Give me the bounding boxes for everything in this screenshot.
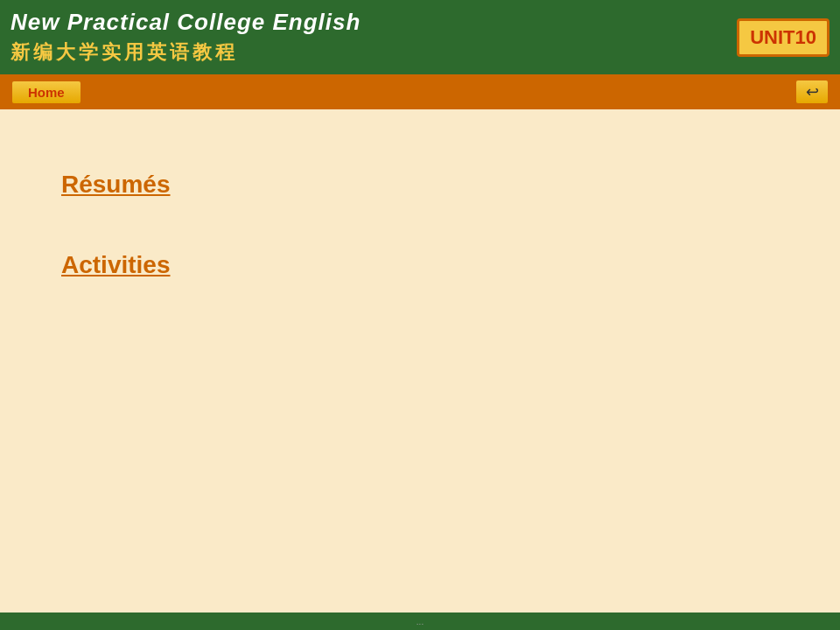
back-button[interactable]: ↩ [794, 79, 830, 105]
nav-bar: Home ↩ [0, 74, 840, 109]
main-content: Résumés Activities [0, 109, 840, 612]
header-title-chinese: 新编大学实用英语教程 [10, 39, 830, 66]
resumes-link[interactable]: Résumés [61, 171, 779, 199]
bottom-bar: ... [0, 612, 840, 630]
bottom-dots: ... [416, 617, 424, 626]
activities-link[interactable]: Activities [61, 251, 779, 279]
home-button[interactable]: Home [10, 80, 82, 105]
unit-badge: UNIT10 [737, 18, 830, 57]
header-bar: New Practical College English 新编大学实用英语教程… [0, 0, 840, 74]
back-icon: ↩ [806, 82, 819, 102]
header-title-english: New Practical College English [10, 9, 830, 36]
